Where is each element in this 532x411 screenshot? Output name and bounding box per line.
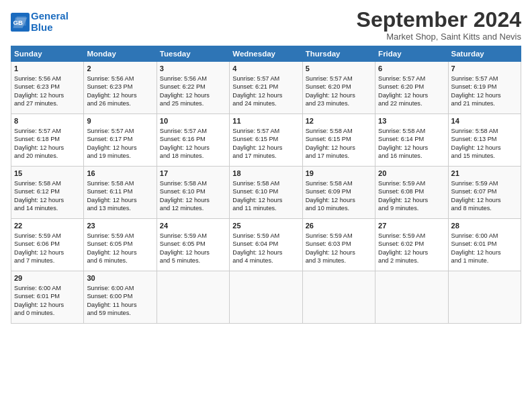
day-cell: 6Sunrise: 5:57 AMSunset: 6:20 PMDaylight… <box>375 62 448 114</box>
day-info-line: Daylight: 12 hours <box>14 144 81 152</box>
day-info-line: Sunrise: 5:59 AM <box>87 232 153 240</box>
day-info-line: Daylight: 12 hours <box>160 91 226 99</box>
header: GB General Blue September 2024 Market Sh… <box>11 8 521 42</box>
day-number: 24 <box>160 221 226 231</box>
day-info-line: Sunrise: 5:58 AM <box>232 179 299 187</box>
week-row-1: 1Sunrise: 5:56 AMSunset: 6:23 PMDaylight… <box>11 62 521 114</box>
day-info-line: Sunrise: 6:00 AM <box>451 232 518 240</box>
day-info-line: Daylight: 12 hours <box>378 196 445 204</box>
day-cell: 19Sunrise: 5:58 AMSunset: 6:09 PMDayligh… <box>302 167 375 219</box>
day-info-line: Sunrise: 5:57 AM <box>232 127 299 135</box>
day-number: 1 <box>14 64 81 74</box>
day-number: 13 <box>378 116 445 126</box>
col-header-tuesday: Tuesday <box>157 46 229 62</box>
day-info-line: Daylight: 12 hours <box>160 248 226 257</box>
day-info-line: Sunset: 6:10 PM <box>232 187 299 195</box>
day-number: 19 <box>306 169 372 179</box>
day-info-line: Daylight: 12 hours <box>232 91 299 99</box>
day-number: 12 <box>306 116 372 126</box>
day-info-line: Daylight: 12 hours <box>378 248 445 257</box>
day-info-line: Sunset: 6:14 PM <box>378 135 445 143</box>
col-header-friday: Friday <box>375 46 448 62</box>
day-info-line: Daylight: 12 hours <box>14 91 81 99</box>
day-info-line: Sunrise: 5:58 AM <box>160 179 226 187</box>
day-cell: 20Sunrise: 5:59 AMSunset: 6:08 PMDayligh… <box>375 167 448 219</box>
day-info-line: Daylight: 12 hours <box>160 196 226 204</box>
day-info-line: Sunset: 6:20 PM <box>378 83 445 91</box>
day-info-line: and 2 minutes. <box>378 257 445 265</box>
day-number: 27 <box>378 221 445 231</box>
day-info-line: and 12 minutes. <box>160 204 226 212</box>
day-info-line: and 18 minutes. <box>160 152 226 160</box>
day-info-line: Sunrise: 5:57 AM <box>160 127 226 135</box>
day-info-line: Sunrise: 5:58 AM <box>87 179 153 187</box>
day-info-line: and 7 minutes. <box>14 257 81 265</box>
day-info-line: Daylight: 12 hours <box>87 144 153 152</box>
day-info-line: Sunrise: 5:56 AM <box>87 75 153 83</box>
day-info-line: Sunrise: 5:58 AM <box>14 179 81 187</box>
day-info-line: and 22 minutes. <box>378 99 445 107</box>
day-info-line: and 5 minutes. <box>160 257 226 265</box>
day-number: 11 <box>232 116 299 126</box>
day-info-line: Sunrise: 5:59 AM <box>160 232 226 240</box>
day-info-line: and 13 minutes. <box>87 204 153 212</box>
day-info-line: Sunset: 6:05 PM <box>87 240 153 248</box>
day-info-line: and 8 minutes. <box>451 204 518 212</box>
month-title: September 2024 <box>357 8 521 32</box>
day-info-line: Sunset: 6:11 PM <box>87 187 153 195</box>
day-info-line: Sunset: 6:05 PM <box>160 240 226 248</box>
day-info-line: Sunrise: 5:56 AM <box>160 75 226 83</box>
day-info-line: Daylight: 12 hours <box>451 248 518 257</box>
day-info-line: and 9 minutes. <box>378 204 445 212</box>
col-header-sunday: Sunday <box>11 46 84 62</box>
day-info-line: Sunrise: 5:57 AM <box>451 75 518 83</box>
title-area: September 2024 Market Shop, Saint Kitts … <box>357 8 521 42</box>
day-info-line: and 59 minutes. <box>87 309 153 317</box>
day-info-line: Sunset: 6:23 PM <box>14 83 81 91</box>
day-cell: 17Sunrise: 5:58 AMSunset: 6:10 PMDayligh… <box>157 167 229 219</box>
day-info-line: Sunrise: 5:57 AM <box>378 75 445 83</box>
day-info-line: and 1 minute. <box>451 257 518 265</box>
day-info-line: Daylight: 12 hours <box>232 144 299 152</box>
page: GB General Blue September 2024 Market Sh… <box>0 0 532 330</box>
day-info-line: Sunset: 6:01 PM <box>14 292 81 300</box>
day-info-line: Daylight: 12 hours <box>14 196 81 204</box>
day-cell: 2Sunrise: 5:56 AMSunset: 6:23 PMDaylight… <box>84 62 157 114</box>
day-number: 5 <box>306 64 372 74</box>
day-info-line: Daylight: 12 hours <box>451 196 518 204</box>
day-info-line: Sunset: 6:10 PM <box>160 187 226 195</box>
day-info-line: and 23 minutes. <box>306 99 372 107</box>
day-info-line: Sunrise: 5:59 AM <box>306 232 372 240</box>
day-cell: 14Sunrise: 5:58 AMSunset: 6:13 PMDayligh… <box>448 114 521 167</box>
day-number: 14 <box>451 116 518 126</box>
day-info-line: Daylight: 12 hours <box>451 144 518 152</box>
day-info-line: Daylight: 12 hours <box>14 248 81 257</box>
day-info-line: and 0 minutes. <box>14 309 81 317</box>
day-info-line: Daylight: 12 hours <box>306 196 372 204</box>
day-info-line: Sunset: 6:08 PM <box>378 187 445 195</box>
day-info-line: Daylight: 12 hours <box>306 144 372 152</box>
day-info-line: and 6 minutes. <box>87 257 153 265</box>
day-cell: 27Sunrise: 5:59 AMSunset: 6:02 PMDayligh… <box>375 219 448 271</box>
day-number: 15 <box>14 169 81 179</box>
day-info-line: Sunrise: 5:59 AM <box>232 232 299 240</box>
day-info-line: and 26 minutes. <box>87 99 153 107</box>
day-cell: 11Sunrise: 5:57 AMSunset: 6:15 PMDayligh… <box>230 114 302 167</box>
day-cell: 7Sunrise: 5:57 AMSunset: 6:19 PMDaylight… <box>448 62 521 114</box>
day-info-line: Sunset: 6:19 PM <box>451 83 518 91</box>
day-cell: 9Sunrise: 5:57 AMSunset: 6:17 PMDaylight… <box>84 114 157 167</box>
day-number: 6 <box>378 64 445 74</box>
day-info-line: Sunrise: 5:59 AM <box>14 232 81 240</box>
day-cell <box>157 271 229 324</box>
day-cell: 22Sunrise: 5:59 AMSunset: 6:06 PMDayligh… <box>11 219 84 271</box>
logo-icon: GB <box>11 13 30 32</box>
day-info-line: Daylight: 12 hours <box>306 91 372 99</box>
day-info-line: Daylight: 12 hours <box>306 248 372 257</box>
day-info-line: and 20 minutes. <box>14 152 81 160</box>
day-info-line: Sunset: 6:00 PM <box>87 292 153 300</box>
day-info-line: Sunset: 6:09 PM <box>306 187 372 195</box>
day-number: 7 <box>451 64 518 74</box>
day-cell: 5Sunrise: 5:57 AMSunset: 6:20 PMDaylight… <box>302 62 375 114</box>
day-info-line: Sunset: 6:13 PM <box>451 135 518 143</box>
logo-general: General <box>31 10 69 21</box>
